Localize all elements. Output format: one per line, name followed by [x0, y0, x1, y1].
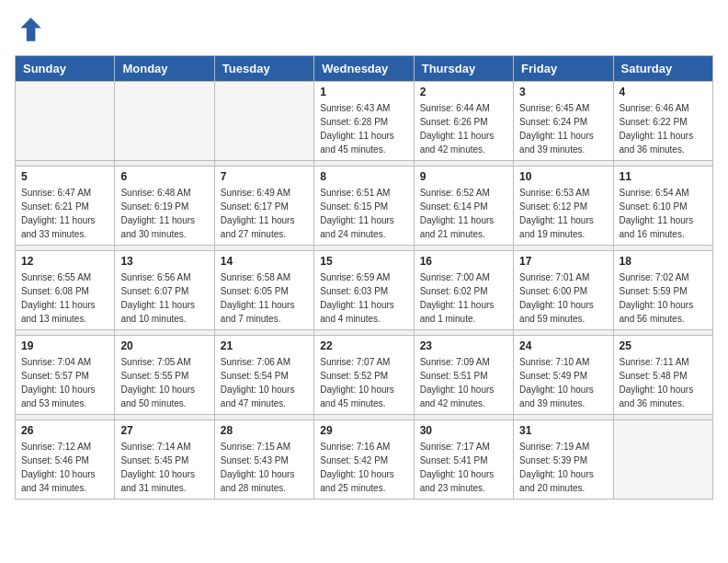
day-number: 19 [21, 339, 108, 352]
day-info: Sunrise: 7:17 AMSunset: 5:41 PMDaylight:… [420, 440, 507, 495]
day-number: 9 [420, 170, 507, 183]
day-info: Sunrise: 7:12 AMSunset: 5:46 PMDaylight:… [21, 440, 108, 495]
day-info: Sunrise: 6:52 AMSunset: 6:14 PMDaylight:… [420, 186, 507, 241]
day-info: Sunrise: 6:46 AMSunset: 6:22 PMDaylight:… [620, 101, 707, 156]
logo [15, 15, 48, 44]
weekday-header-row: SundayMondayTuesdayWednesdayThursdayFrid… [16, 56, 713, 82]
page-header [15, 15, 713, 44]
calendar-cell: 15Sunrise: 6:59 AMSunset: 6:03 PMDayligh… [314, 251, 414, 330]
day-number: 2 [420, 86, 507, 98]
day-number: 27 [120, 424, 208, 437]
calendar-cell: 7Sunrise: 6:49 AMSunset: 6:17 PMDaylight… [214, 167, 313, 246]
calendar-cell: 14Sunrise: 6:58 AMSunset: 6:05 PMDayligh… [214, 251, 313, 330]
calendar-cell: 28Sunrise: 7:15 AMSunset: 5:43 PMDayligh… [214, 420, 313, 500]
day-info: Sunrise: 7:04 AMSunset: 5:57 PMDaylight:… [21, 355, 108, 410]
day-number: 14 [221, 255, 308, 268]
calendar-cell: 25Sunrise: 7:11 AMSunset: 5:48 PMDayligh… [613, 336, 712, 415]
day-info: Sunrise: 7:11 AMSunset: 5:48 PMDaylight:… [620, 355, 707, 410]
day-info: Sunrise: 7:14 AMSunset: 5:45 PMDaylight:… [120, 440, 208, 495]
day-info: Sunrise: 7:00 AMSunset: 6:02 PMDaylight:… [420, 270, 507, 326]
day-number: 13 [120, 255, 208, 268]
day-info: Sunrise: 6:59 AMSunset: 6:03 PMDaylight:… [320, 270, 407, 326]
day-number: 31 [519, 424, 607, 437]
day-number: 22 [320, 339, 407, 352]
day-info: Sunrise: 7:16 AMSunset: 5:42 PMDaylight:… [320, 440, 407, 495]
day-info: Sunrise: 6:58 AMSunset: 6:05 PMDaylight:… [221, 270, 308, 326]
calendar-cell: 12Sunrise: 6:55 AMSunset: 6:08 PMDayligh… [16, 251, 115, 330]
day-number: 23 [420, 339, 507, 352]
day-info: Sunrise: 7:02 AMSunset: 5:59 PMDaylight:… [620, 270, 707, 326]
day-number: 8 [320, 170, 407, 183]
calendar-cell: 27Sunrise: 7:14 AMSunset: 5:45 PMDayligh… [115, 420, 214, 500]
day-number: 11 [620, 170, 707, 183]
week-row-2: 5Sunrise: 6:47 AMSunset: 6:21 PMDaylight… [16, 167, 713, 246]
day-info: Sunrise: 6:55 AMSunset: 6:08 PMDaylight:… [21, 270, 108, 326]
calendar-cell [214, 82, 313, 161]
weekday-header-thursday: Thursday [414, 56, 513, 82]
calendar-cell [115, 82, 214, 161]
day-number: 16 [420, 255, 507, 268]
calendar-cell: 23Sunrise: 7:09 AMSunset: 5:51 PMDayligh… [414, 336, 513, 415]
day-info: Sunrise: 7:10 AMSunset: 5:49 PMDaylight:… [519, 355, 607, 410]
week-row-3: 12Sunrise: 6:55 AMSunset: 6:08 PMDayligh… [16, 251, 713, 330]
day-number: 4 [620, 86, 707, 98]
calendar-cell: 4Sunrise: 6:46 AMSunset: 6:22 PMDaylight… [613, 82, 712, 161]
calendar-cell: 29Sunrise: 7:16 AMSunset: 5:42 PMDayligh… [314, 420, 414, 500]
day-number: 24 [519, 339, 607, 352]
calendar-cell [613, 420, 712, 500]
day-info: Sunrise: 6:44 AMSunset: 6:26 PMDaylight:… [420, 101, 507, 156]
calendar-cell: 8Sunrise: 6:51 AMSunset: 6:15 PMDaylight… [314, 167, 414, 246]
day-number: 15 [320, 255, 407, 268]
weekday-header-monday: Monday [115, 56, 214, 82]
weekday-header-friday: Friday [514, 56, 613, 82]
day-number: 30 [420, 424, 507, 437]
day-number: 26 [21, 424, 108, 437]
calendar-cell: 17Sunrise: 7:01 AMSunset: 6:00 PMDayligh… [514, 251, 613, 330]
weekday-header-saturday: Saturday [613, 56, 712, 82]
day-number: 20 [120, 339, 208, 352]
calendar-cell: 11Sunrise: 6:54 AMSunset: 6:10 PMDayligh… [613, 167, 712, 246]
calendar-cell: 26Sunrise: 7:12 AMSunset: 5:46 PMDayligh… [16, 420, 115, 500]
day-info: Sunrise: 7:06 AMSunset: 5:54 PMDaylight:… [221, 355, 308, 410]
day-info: Sunrise: 6:53 AMSunset: 6:12 PMDaylight:… [519, 186, 607, 241]
calendar-cell: 9Sunrise: 6:52 AMSunset: 6:14 PMDaylight… [414, 167, 513, 246]
calendar-cell: 3Sunrise: 6:45 AMSunset: 6:24 PMDaylight… [514, 82, 613, 161]
calendar-cell [16, 82, 115, 161]
day-number: 18 [620, 255, 707, 268]
day-number: 25 [620, 339, 707, 352]
calendar-cell: 6Sunrise: 6:48 AMSunset: 6:19 PMDaylight… [115, 167, 214, 246]
day-info: Sunrise: 7:07 AMSunset: 5:52 PMDaylight:… [320, 355, 407, 410]
calendar-cell: 22Sunrise: 7:07 AMSunset: 5:52 PMDayligh… [314, 336, 414, 415]
day-number: 1 [320, 86, 407, 98]
calendar-cell: 18Sunrise: 7:02 AMSunset: 5:59 PMDayligh… [613, 251, 712, 330]
day-info: Sunrise: 6:56 AMSunset: 6:07 PMDaylight:… [120, 270, 208, 326]
day-info: Sunrise: 6:48 AMSunset: 6:19 PMDaylight:… [120, 186, 208, 241]
day-info: Sunrise: 6:47 AMSunset: 6:21 PMDaylight:… [21, 186, 108, 241]
day-number: 28 [221, 424, 308, 437]
day-info: Sunrise: 6:49 AMSunset: 6:17 PMDaylight:… [221, 186, 308, 241]
day-number: 5 [21, 170, 108, 183]
calendar-cell: 5Sunrise: 6:47 AMSunset: 6:21 PMDaylight… [16, 167, 115, 246]
calendar-cell: 24Sunrise: 7:10 AMSunset: 5:49 PMDayligh… [514, 336, 613, 415]
day-info: Sunrise: 6:45 AMSunset: 6:24 PMDaylight:… [519, 101, 607, 156]
calendar-cell: 2Sunrise: 6:44 AMSunset: 6:26 PMDaylight… [414, 82, 513, 161]
day-number: 7 [221, 170, 308, 183]
week-row-5: 26Sunrise: 7:12 AMSunset: 5:46 PMDayligh… [16, 420, 713, 500]
day-info: Sunrise: 7:01 AMSunset: 6:00 PMDaylight:… [519, 270, 607, 326]
day-number: 17 [519, 255, 607, 268]
calendar-cell: 20Sunrise: 7:05 AMSunset: 5:55 PMDayligh… [115, 336, 214, 415]
calendar-cell: 30Sunrise: 7:17 AMSunset: 5:41 PMDayligh… [414, 420, 513, 500]
day-info: Sunrise: 7:05 AMSunset: 5:55 PMDaylight:… [120, 355, 208, 410]
calendar-table: SundayMondayTuesdayWednesdayThursdayFrid… [15, 55, 713, 500]
day-number: 29 [320, 424, 407, 437]
weekday-header-wednesday: Wednesday [314, 56, 414, 82]
calendar-cell: 13Sunrise: 6:56 AMSunset: 6:07 PMDayligh… [115, 251, 214, 330]
calendar-cell: 31Sunrise: 7:19 AMSunset: 5:39 PMDayligh… [514, 420, 613, 500]
calendar-cell: 1Sunrise: 6:43 AMSunset: 6:28 PMDaylight… [314, 82, 414, 161]
day-info: Sunrise: 7:09 AMSunset: 5:51 PMDaylight:… [420, 355, 507, 410]
week-row-4: 19Sunrise: 7:04 AMSunset: 5:57 PMDayligh… [16, 336, 713, 415]
calendar-cell: 10Sunrise: 6:53 AMSunset: 6:12 PMDayligh… [514, 167, 613, 246]
week-row-1: 1Sunrise: 6:43 AMSunset: 6:28 PMDaylight… [16, 82, 713, 161]
day-number: 10 [519, 170, 607, 183]
day-number: 6 [120, 170, 208, 183]
